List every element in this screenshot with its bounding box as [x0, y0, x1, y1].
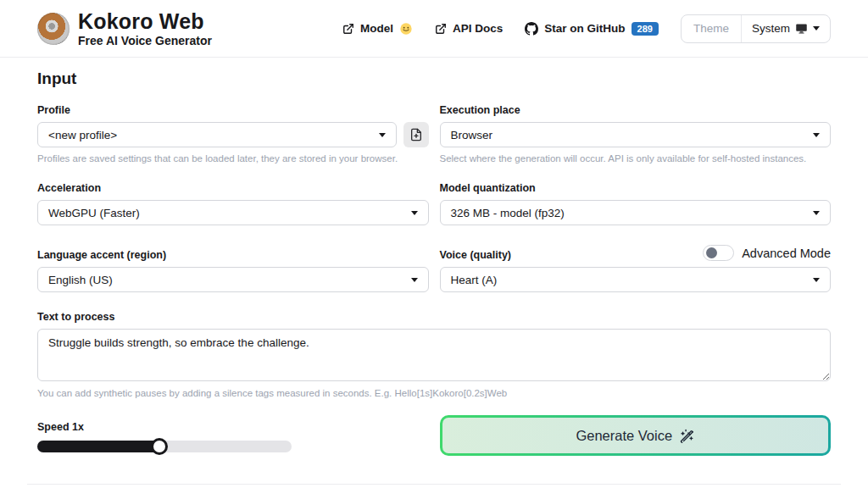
theme-label[interactable]: Theme: [682, 15, 741, 42]
new-profile-button[interactable]: [403, 122, 429, 147]
text-to-process-label: Text to process: [37, 311, 831, 323]
speed-slider[interactable]: [37, 441, 292, 452]
chevron-down-icon: [813, 26, 820, 30]
language-accent-field: Language accent (region) English (US): [37, 244, 429, 292]
language-accent-select[interactable]: English (US): [37, 267, 429, 292]
voice-select[interactable]: Heart (A): [440, 267, 832, 292]
voice-field: Voice (quality) Advanced Mode Heart (A): [440, 244, 832, 292]
theme-value-dropdown[interactable]: System: [741, 15, 830, 42]
app-title: Kokoro Web: [78, 9, 212, 34]
input-section-title: Input: [37, 69, 831, 88]
execution-place-value: Browser: [451, 129, 493, 141]
speed-slider-thumb[interactable]: [151, 438, 168, 455]
app-header: Kokoro Web Free AI Voice Generator Model…: [0, 0, 868, 58]
speed-label: Speed 1x: [37, 421, 429, 433]
file-plus-icon: [409, 128, 423, 141]
acceleration-value: WebGPU (Faster): [48, 207, 140, 219]
monitor-icon: [795, 22, 808, 35]
profile-label: Profile: [37, 104, 429, 116]
language-accent-value: English (US): [48, 274, 113, 286]
execution-place-field: Execution place Browser Select where the…: [440, 104, 832, 164]
model-quantization-select[interactable]: 326 MB - model (fp32): [440, 200, 832, 225]
nav-link-star-github[interactable]: Star on GitHub 289: [525, 22, 659, 36]
voice-label: Voice (quality): [440, 249, 512, 261]
profile-select-value: <new profile>: [48, 129, 117, 141]
footer-divider: [27, 484, 841, 485]
text-to-process-input[interactable]: Struggle builds strength, so embrace the…: [37, 329, 831, 381]
nav-api-docs-label: API Docs: [453, 22, 503, 35]
model-quantization-value: 326 MB - model (fp32): [451, 207, 565, 219]
speed-slider-fill: [37, 441, 159, 452]
chevron-down-icon: [411, 211, 418, 215]
brand: Kokoro Web Free AI Voice Generator: [37, 9, 212, 47]
chevron-down-icon: [379, 133, 386, 137]
app-subtitle: Free AI Voice Generator: [78, 34, 212, 47]
speed-group: Speed 1x: [37, 421, 429, 452]
execution-place-label: Execution place: [440, 104, 832, 116]
chevron-down-icon: [813, 211, 820, 215]
main-content: Input Profile <new profile> Profiles are…: [0, 58, 868, 485]
execution-place-select[interactable]: Browser: [440, 122, 832, 147]
star-count-badge: 289: [632, 22, 659, 36]
profile-select[interactable]: <new profile>: [37, 122, 397, 147]
advanced-mode-label: Advanced Mode: [742, 247, 831, 260]
github-icon: [525, 22, 538, 36]
generate-voice-label: Generate Voice: [576, 428, 672, 444]
hugging-face-emoji: [399, 22, 413, 36]
chevron-down-icon: [813, 133, 820, 137]
toggle-switch-icon: [703, 245, 734, 261]
header-nav: Model API Docs Star on GitHub 289 Theme …: [342, 14, 831, 43]
theme-selector: Theme System: [681, 14, 831, 43]
external-link-icon: [342, 23, 354, 35]
acceleration-field: Acceleration WebGPU (Faster): [37, 182, 429, 225]
external-link-icon: [435, 23, 447, 35]
execution-place-help: Select where the generation will occur. …: [440, 153, 832, 164]
language-accent-label: Language accent (region): [37, 249, 166, 261]
profile-help: Profiles are saved settings that can be …: [37, 153, 429, 164]
model-quantization-label: Model quantization: [440, 182, 832, 194]
generate-voice-button[interactable]: Generate Voice: [440, 415, 832, 456]
speaker-logo-icon: [37, 13, 70, 45]
theme-value-label: System: [752, 22, 790, 35]
nav-link-model[interactable]: Model: [342, 22, 413, 36]
model-quantization-field: Model quantization 326 MB - model (fp32): [440, 182, 832, 225]
nav-star-label: Star on GitHub: [544, 22, 625, 35]
chevron-down-icon: [411, 278, 418, 282]
text-to-process-help: You can add synthetic pauses by adding a…: [37, 388, 831, 398]
acceleration-select[interactable]: WebGPU (Faster): [37, 200, 429, 225]
magic-wand-icon: [680, 429, 694, 443]
nav-model-label: Model: [360, 22, 393, 35]
nav-link-api-docs[interactable]: API Docs: [435, 22, 503, 35]
voice-value: Heart (A): [451, 274, 498, 286]
chevron-down-icon: [813, 278, 820, 282]
text-to-process-field: Text to process Struggle builds strength…: [37, 311, 831, 398]
profile-field: Profile <new profile> Profiles are saved…: [37, 104, 429, 164]
acceleration-label: Acceleration: [37, 182, 429, 194]
advanced-mode-toggle[interactable]: Advanced Mode: [703, 245, 831, 261]
